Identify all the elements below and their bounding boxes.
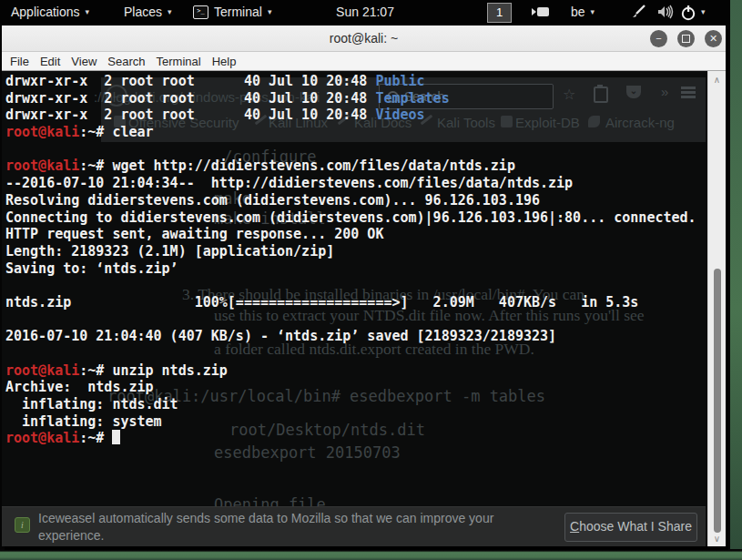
terminal-line — [5, 311, 696, 329]
chevron-down-icon[interactable]: ▾ — [701, 8, 706, 16]
minimize-button[interactable]: − — [650, 30, 667, 47]
terminal-scrollbar[interactable]: ∧ ∨ — [707, 71, 726, 546]
applications-menu[interactable]: Applications ▾ — [11, 5, 89, 19]
terminal-line: Archive: ntds.zip — [5, 379, 696, 396]
terminal-line: inflating: ntds.dit — [5, 396, 696, 413]
scroll-up-icon[interactable]: ∧ — [708, 75, 726, 85]
menu-help[interactable]: Help — [212, 55, 237, 68]
terminal-app-label: Terminal — [214, 5, 262, 19]
menu-terminal[interactable]: Terminal — [157, 55, 201, 68]
terminal-cursor — [112, 430, 120, 444]
workspace-number: 1 — [496, 5, 503, 19]
tablet-pen-icon[interactable] — [630, 5, 646, 23]
terminal-line — [5, 141, 696, 158]
notification-text-line2: experience. — [38, 528, 104, 543]
choose-what-i-share-button[interactable]: Choose What I Share — [564, 513, 697, 542]
applications-label: Applications — [11, 5, 80, 19]
terminal-line: drwxr-xr-x 2 root root 40 Jul 10 20:48 T… — [5, 90, 696, 107]
screen-recorder-icon[interactable] — [531, 5, 550, 22]
terminal-line: --2016-07-10 21:04:34-- http://didierste… — [5, 175, 696, 192]
top-panel: Applications ▾ Places ▾ >_ Terminal ▾ Su… — [0, 0, 730, 25]
desktop-wallpaper-right — [730, 0, 742, 560]
terminal-line: drwxr-xr-x 2 root root 40 Jul 10 20:48 V… — [5, 107, 696, 124]
keyboard-layout-label: be — [571, 5, 585, 19]
terminal-line: inflating: system — [5, 413, 696, 431]
terminal-line: drwxr-xr-x 2 root root 40 Jul 10 20:48 P… — [5, 73, 696, 90]
workspace-indicator[interactable]: 1 — [487, 3, 512, 23]
power-icon[interactable] — [680, 5, 696, 24]
button-label-rest: hoose What I Share — [579, 519, 692, 534]
chevron-down-icon: ▾ — [86, 8, 90, 16]
scrollbar-thumb[interactable] — [714, 269, 721, 533]
desktop-wallpaper-bottom — [0, 549, 742, 560]
menu-view[interactable]: View — [71, 55, 97, 68]
places-menu[interactable]: Places ▾ — [124, 5, 172, 19]
titlebar[interactable]: root@kali: ~ − ✕ — [2, 25, 726, 52]
volume-icon[interactable] — [657, 5, 675, 22]
info-icon: i — [15, 517, 30, 533]
places-label: Places — [124, 5, 162, 19]
maximize-button[interactable] — [677, 30, 695, 47]
terminal-line: Connecting to didierstevens.com (didiers… — [5, 209, 696, 227]
close-button[interactable]: ✕ — [705, 30, 722, 47]
clock-container: Sun 21:07 — [0, 5, 730, 19]
terminal-line: root@kali:~# wget http://didierstevens.c… — [5, 158, 696, 175]
chevron-down-icon: ▾ — [268, 8, 272, 16]
scroll-down-icon[interactable]: ∨ — [708, 534, 726, 544]
terminal-line: root@kali:~# — [5, 430, 696, 447]
chevron-down-icon: ▾ — [168, 8, 172, 16]
terminal-line: Saving to: ‘ntds.zip’ — [5, 260, 696, 278]
menubar: File Edit View Search Terminal Help — [2, 52, 726, 71]
terminal-line: Resolving didierstevens.com (didiersteve… — [5, 192, 696, 209]
window-title: root@kali: ~ — [2, 31, 726, 46]
terminal-line — [5, 277, 696, 294]
keyboard-layout-menu[interactable]: be ▾ — [571, 5, 595, 19]
menu-edit[interactable]: Edit — [40, 55, 60, 68]
terminal-window: root@kali: ~ − ✕ File Edit View Search T… — [2, 25, 726, 546]
menu-file[interactable]: File — [10, 55, 29, 68]
terminal-content[interactable]: ← ://blog.kali.org/windows-pass...on-kal… — [2, 71, 707, 546]
terminal-line: root@kali:~# clear — [5, 124, 696, 141]
notification-text-line1: Iceweasel automatically sends some data … — [38, 511, 493, 525]
terminal-line: root@kali:~# unzip ntds.zip — [5, 362, 696, 380]
menu-search[interactable]: Search — [107, 55, 145, 68]
terminal-line: 2016-07-10 21:04:40 (407 KB/s) - ‘ntds.z… — [5, 328, 696, 345]
ghost-cmd-opening: Opening file. — [214, 495, 335, 514]
button-label-initial: C — [570, 519, 579, 534]
terminal-line: HTTP request sent, awaiting response... … — [5, 226, 696, 243]
terminal-line: ntds.zip 100%[===================>] 2.09… — [5, 294, 696, 311]
terminal-line — [5, 345, 696, 362]
clock[interactable]: Sun 21:07 — [336, 5, 394, 19]
terminal-icon: >_ — [193, 5, 208, 19]
terminal-output: drwxr-xr-x 2 root root 40 Jul 10 20:48 P… — [5, 73, 696, 447]
chevron-down-icon: ▾ — [591, 8, 595, 16]
desktop: Applications ▾ Places ▾ >_ Terminal ▾ Su… — [0, 0, 742, 560]
terminal-line: Length: 2189323 (2.1M) [application/zip] — [5, 243, 696, 260]
terminal-app-menu[interactable]: >_ Terminal ▾ — [193, 5, 271, 19]
